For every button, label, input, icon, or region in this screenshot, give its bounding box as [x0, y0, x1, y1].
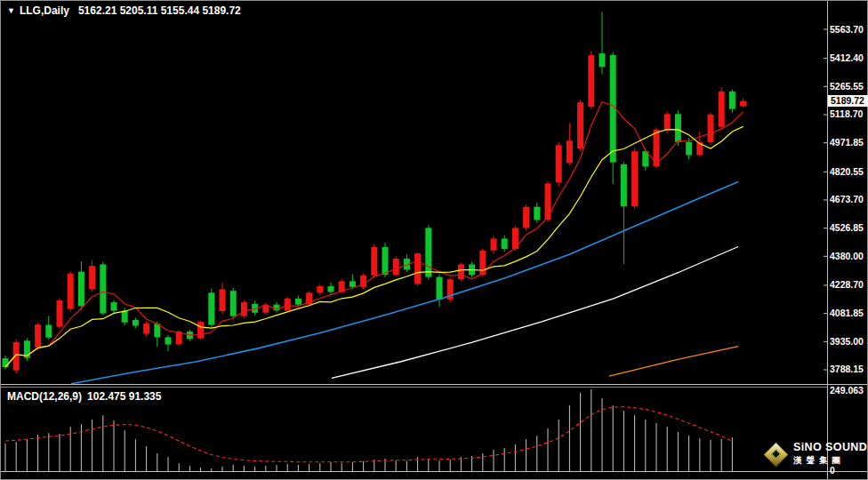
macd-scale-max-label: 249.063	[830, 385, 864, 396]
candle-body	[425, 228, 431, 276]
candle-body	[523, 207, 529, 228]
ma-orange-line	[609, 347, 738, 376]
price-axis-label: 4228.70	[830, 279, 864, 290]
candle-body	[664, 114, 671, 130]
candle-body	[230, 291, 237, 316]
ohlc-readout: 5162.21 5205.11 5155.44 5189.72	[78, 4, 241, 17]
window-border	[1, 1, 868, 480]
candle-body	[458, 264, 464, 279]
price-axis-label: 4526.85	[830, 222, 864, 233]
candle-body	[133, 320, 139, 325]
price-axis-label: 4971.85	[830, 137, 864, 148]
brand-name-en: SiNO SOUND	[793, 442, 867, 453]
ma-fast-red-line	[5, 102, 743, 367]
macd-scale-zero-label: 0	[830, 465, 835, 476]
price-axis-label: 5118.70	[830, 108, 864, 119]
candle-body	[13, 342, 20, 371]
candle-body	[89, 266, 95, 289]
candle-body	[675, 114, 681, 141]
candle-body	[208, 292, 214, 324]
candle-body	[35, 324, 41, 348]
candle-body	[502, 238, 508, 249]
candle-body	[382, 247, 389, 275]
price-axis-label: 3788.15	[830, 364, 864, 374]
candle-body	[588, 55, 594, 107]
candle-body	[686, 142, 692, 156]
chart-window: 5563.705412.405265.555118.704971.854820.…	[0, 0, 868, 480]
candle-body	[295, 299, 301, 305]
diamond-inner-facet	[771, 449, 781, 459]
candle-body	[567, 140, 573, 163]
macd-indicator-label: MACD(12,26,9)102.475 91.335	[7, 390, 161, 403]
candle-body	[197, 322, 204, 339]
symbol-period-label: LLG,Daily	[20, 4, 69, 17]
candle-body	[241, 302, 247, 316]
candle-body	[631, 151, 638, 206]
sino-sound-diamond-icon	[763, 441, 790, 468]
candle-body	[285, 299, 291, 310]
candle-body	[328, 286, 334, 292]
candle-body	[165, 337, 172, 344]
candle-body	[414, 253, 421, 284]
candle-body	[78, 272, 84, 307]
candle-body	[491, 238, 497, 250]
candle-body	[317, 286, 323, 292]
candle-body	[143, 324, 149, 334]
candle-body	[740, 101, 746, 107]
broker-watermark: SiNO SOUND 漢聲集團	[767, 442, 867, 464]
brand-name-cn: 漢聲集團	[793, 456, 867, 465]
candle-body	[100, 264, 106, 313]
candle-body	[393, 259, 399, 275]
candle-body	[111, 302, 117, 310]
price-axis-label: 5563.70	[830, 24, 864, 35]
chart-title: ▼LLG,Daily5162.21 5205.11 5155.44 5189.7…	[7, 4, 241, 17]
candle-body	[57, 300, 63, 327]
price-axis-label: 4380.00	[830, 251, 864, 261]
candle-body	[556, 145, 562, 182]
price-axis-label: 5265.55	[830, 81, 864, 92]
candle-body	[122, 311, 128, 323]
candle-body	[350, 281, 356, 286]
candle-body	[437, 277, 443, 300]
ma-blue-line	[71, 182, 738, 384]
current-price-tag: 5189.72	[828, 95, 868, 107]
candle-body	[3, 358, 9, 367]
macd-name: MACD(12,26,9)	[7, 390, 82, 403]
price-axis-label: 4820.55	[830, 166, 864, 177]
candle-body	[68, 274, 74, 309]
macd-signal-line	[5, 407, 732, 462]
candle-body	[534, 207, 540, 220]
candle-body	[220, 289, 226, 311]
price-axis-label: 4673.70	[830, 194, 864, 204]
price-axis-label: 3935.00	[830, 336, 864, 347]
chart-canvas[interactable]: 5563.705412.405265.555118.704971.854820.…	[0, 0, 868, 480]
price-axis-label: 4081.85	[830, 308, 864, 318]
candle-body	[45, 325, 52, 338]
candle-body	[708, 115, 714, 142]
candle-body	[621, 164, 627, 206]
macd-values: 102.475 91.335	[87, 390, 161, 403]
price-axis-label: 5412.40	[830, 52, 864, 63]
candle-body	[577, 102, 583, 148]
collapse-chevron-icon[interactable]: ▼	[7, 6, 15, 15]
candle-body	[371, 247, 377, 276]
candle-body	[729, 92, 735, 109]
candle-body	[719, 92, 725, 127]
candle-body	[599, 53, 606, 67]
